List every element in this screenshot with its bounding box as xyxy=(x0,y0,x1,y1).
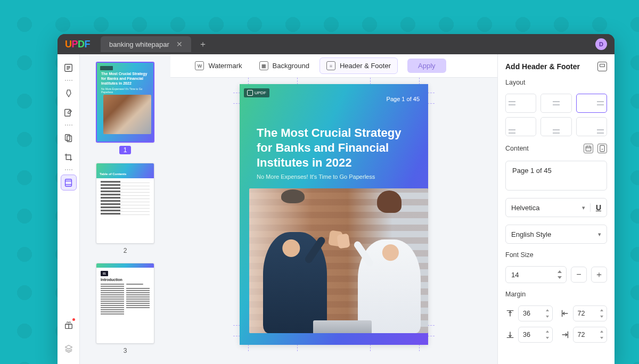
titlebar: UPDF banking whitepapar ✕ ＋ D xyxy=(58,34,615,54)
margin-left-input[interactable]: 72 xyxy=(573,305,608,321)
font-size-input[interactable]: 14 xyxy=(505,266,567,283)
svg-rect-3 xyxy=(67,136,72,142)
layout-option-bottom-right[interactable] xyxy=(576,117,607,136)
apply-button[interactable]: Apply xyxy=(407,59,446,73)
decrease-font-button[interactable]: − xyxy=(571,267,587,283)
separator xyxy=(65,125,72,126)
layout-option-bottom-left[interactable] xyxy=(505,117,536,136)
margin-top-input[interactable]: 36 xyxy=(518,305,553,321)
thumbnails-panel: The Most Crucial Strategy for Banks and … xyxy=(80,54,170,364)
document-tab[interactable]: banking whitepapar ✕ xyxy=(101,36,191,52)
user-avatar[interactable]: D xyxy=(595,38,607,50)
thumbnail-number: 3 xyxy=(124,347,127,354)
document-title: The Most Crucial Strategy for Banks and … xyxy=(257,126,411,170)
svg-rect-6 xyxy=(586,146,591,151)
add-tab-button[interactable]: ＋ xyxy=(196,38,209,51)
insert-page-number-icon[interactable] xyxy=(597,144,607,153)
app-window: UPDF banking whitepapar ✕ ＋ D xyxy=(58,34,615,364)
layout-option-top-left[interactable] xyxy=(505,94,536,113)
panel-title: Add Header & Footer xyxy=(505,62,607,71)
margin-label: Margin xyxy=(505,291,607,298)
separator xyxy=(65,80,72,81)
main-area: W Watermark ▦ Background ≡ Header & Foot… xyxy=(170,54,497,364)
document-page: UPDF Page 1 of 45 The Most Crucial Strat… xyxy=(240,84,428,345)
header-footer-button[interactable]: ≡ Header & Footer xyxy=(320,57,398,74)
page-tools-topbar: W Watermark ▦ Background ≡ Header & Foot… xyxy=(170,54,497,78)
font-family-select[interactable]: Helvetica U xyxy=(505,198,607,217)
close-tab-icon[interactable]: ✕ xyxy=(175,39,184,49)
layout-options xyxy=(505,94,607,136)
content-label: Content xyxy=(505,145,529,152)
document-canvas[interactable]: UPDF Page 1 of 45 The Most Crucial Strat… xyxy=(170,78,497,364)
svg-rect-2 xyxy=(65,134,70,140)
tab-title: banking whitepapar xyxy=(109,40,169,48)
app-logo: UPDF xyxy=(65,39,90,50)
highlight-tool-icon[interactable] xyxy=(61,85,77,101)
page-thumbnail-1[interactable]: The Most Crucial Strategy for Banks and … xyxy=(96,62,154,143)
watermark-icon: W xyxy=(195,61,204,70)
svg-rect-4 xyxy=(65,179,72,186)
cover-photo xyxy=(249,188,428,333)
background-button[interactable]: ▦ Background xyxy=(252,57,316,74)
increase-font-button[interactable]: ＋ xyxy=(591,267,607,283)
content-input[interactable]: Page 1 of 45 xyxy=(505,161,607,191)
watermark-button[interactable]: W Watermark xyxy=(188,57,249,74)
notification-dot-icon xyxy=(72,318,75,321)
margin-left-icon xyxy=(560,309,570,318)
save-template-icon[interactable] xyxy=(597,62,607,71)
header-preview-text: Page 1 of 45 xyxy=(387,96,420,102)
margin-top-icon xyxy=(505,309,515,318)
margin-right-input[interactable]: 72 xyxy=(573,327,608,343)
page-thumbnail-3[interactable]: 01 Introduction xyxy=(96,263,154,344)
margin-bottom-input[interactable]: 36 xyxy=(518,327,553,343)
thumbnail-number: 1 xyxy=(119,146,132,154)
page-thumbnail-2[interactable]: Table of Contents xyxy=(96,163,154,244)
layers-icon[interactable] xyxy=(61,341,77,357)
page-tools-icon[interactable] xyxy=(61,175,77,191)
document-subtitle: No More Expenses! It's Time to Go Paperl… xyxy=(257,173,375,180)
margin-right-icon xyxy=(560,330,570,340)
layout-option-top-right[interactable] xyxy=(576,94,607,113)
layout-label: Layout xyxy=(505,79,607,86)
background-icon: ▦ xyxy=(259,61,268,70)
underline-toggle-icon[interactable]: U xyxy=(590,203,601,212)
header-footer-icon: ≡ xyxy=(326,61,335,70)
brand-chip: UPDF xyxy=(244,88,269,97)
number-style-select[interactable]: English Style xyxy=(505,225,607,244)
crop-tool-icon[interactable] xyxy=(61,149,77,165)
margin-bottom-icon xyxy=(505,330,515,340)
layout-option-top-center[interactable] xyxy=(540,94,571,113)
edit-text-tool-icon[interactable] xyxy=(61,104,77,120)
properties-panel: Add Header & Footer Layout Content Page … xyxy=(497,54,615,364)
app-body: The Most Crucial Strategy for Banks and … xyxy=(58,54,615,364)
organize-tool-icon[interactable] xyxy=(61,130,77,146)
gift-icon[interactable] xyxy=(61,317,77,333)
thumbnail-number: 2 xyxy=(124,247,127,254)
insert-date-icon[interactable] xyxy=(584,144,593,153)
layout-option-bottom-center[interactable] xyxy=(540,117,571,136)
font-size-label: Font Size xyxy=(505,251,607,259)
svg-rect-7 xyxy=(600,145,604,151)
reader-tool-icon[interactable] xyxy=(61,60,77,76)
separator xyxy=(65,169,72,170)
left-toolbar xyxy=(58,54,80,364)
